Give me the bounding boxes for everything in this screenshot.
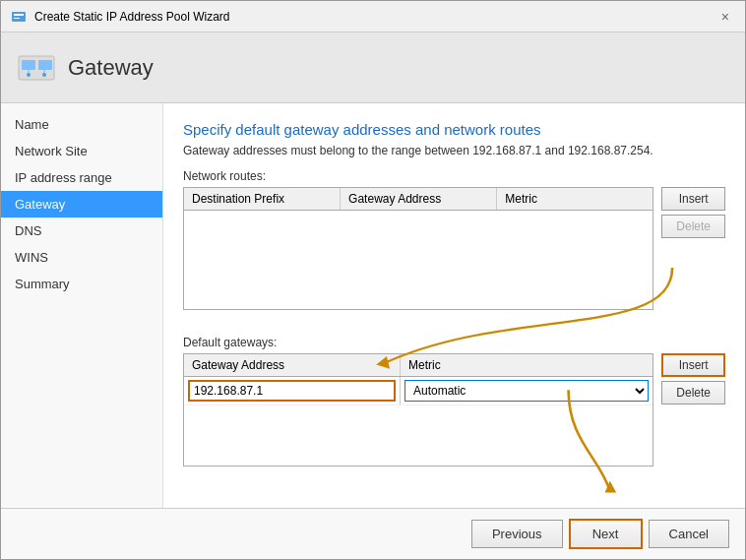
- network-routes-label: Network routes:: [183, 169, 725, 183]
- network-routes-insert-button[interactable]: Insert: [661, 187, 725, 211]
- wizard-header: Gateway: [1, 32, 745, 103]
- default-gateways-insert-button[interactable]: Insert: [661, 353, 725, 377]
- default-gateways-label: Default gateways:: [183, 336, 725, 349]
- network-routes-delete-button[interactable]: Delete: [661, 215, 725, 238]
- col-destination-prefix: Destination Prefix: [184, 188, 341, 210]
- sidebar: Name Network Site IP address range Gatew…: [1, 103, 163, 508]
- sidebar-item-dns[interactable]: DNS: [1, 218, 162, 244]
- gateway-address-cell: [184, 377, 401, 404]
- gw-col-address: Gateway Address: [184, 354, 401, 376]
- sidebar-item-wins[interactable]: WINS: [1, 244, 162, 271]
- main-content: Specify default gateway addresses and ne…: [163, 103, 745, 508]
- footer: Previous Next Cancel: [1, 508, 745, 559]
- window-title: Create Static IP Address Pool Wizard: [34, 10, 230, 24]
- svg-point-6: [27, 73, 31, 77]
- network-routes-body: [184, 211, 653, 309]
- gw-col-metric: Metric: [401, 354, 653, 376]
- col-metric: Metric: [497, 188, 653, 210]
- network-routes-section: Destination Prefix Gateway Address Metri…: [183, 187, 725, 322]
- svg-rect-2: [14, 18, 20, 19]
- title-bar: Create Static IP Address Pool Wizard ×: [1, 1, 745, 32]
- svg-rect-1: [14, 14, 24, 16]
- svg-rect-0: [12, 12, 26, 22]
- svg-marker-11: [605, 481, 617, 493]
- svg-rect-5: [38, 60, 52, 70]
- main-title: Specify default gateway addresses and ne…: [183, 121, 725, 138]
- cancel-button[interactable]: Cancel: [649, 520, 729, 548]
- close-button[interactable]: ×: [715, 7, 735, 27]
- table-row: Automatic: [184, 377, 653, 405]
- wizard-window: Create Static IP Address Pool Wizard × G…: [0, 0, 746, 560]
- sidebar-item-ip-address-range[interactable]: IP address range: [1, 164, 162, 191]
- next-button[interactable]: Next: [569, 519, 643, 549]
- gateway-address-input[interactable]: [188, 380, 396, 402]
- gateway-header-icon: [17, 48, 56, 88]
- sidebar-item-gateway[interactable]: Gateway: [1, 191, 162, 218]
- content-area: Name Network Site IP address range Gatew…: [1, 103, 745, 508]
- gateways-table-body: Automatic: [184, 377, 653, 466]
- sidebar-item-summary[interactable]: Summary: [1, 271, 162, 297]
- metric-cell: Automatic: [401, 377, 653, 404]
- default-gateways-section: Default gateways: Gateway Address Metric: [183, 336, 725, 467]
- svg-rect-4: [22, 60, 35, 70]
- main-description: Gateway addresses must belong to the ran…: [183, 144, 725, 157]
- window-icon: [11, 9, 27, 25]
- header-title: Gateway: [68, 55, 154, 81]
- sidebar-item-name[interactable]: Name: [1, 111, 162, 138]
- sidebar-item-network-site[interactable]: Network Site: [1, 138, 162, 164]
- default-gateways-table: Gateway Address Metric: [183, 353, 653, 467]
- svg-point-7: [42, 73, 46, 77]
- default-gateways-delete-button[interactable]: Delete: [661, 381, 725, 404]
- previous-button[interactable]: Previous: [471, 520, 563, 548]
- metric-select[interactable]: Automatic: [404, 380, 649, 402]
- network-routes-table: Destination Prefix Gateway Address Metri…: [183, 187, 653, 310]
- col-gateway-address: Gateway Address: [341, 188, 497, 210]
